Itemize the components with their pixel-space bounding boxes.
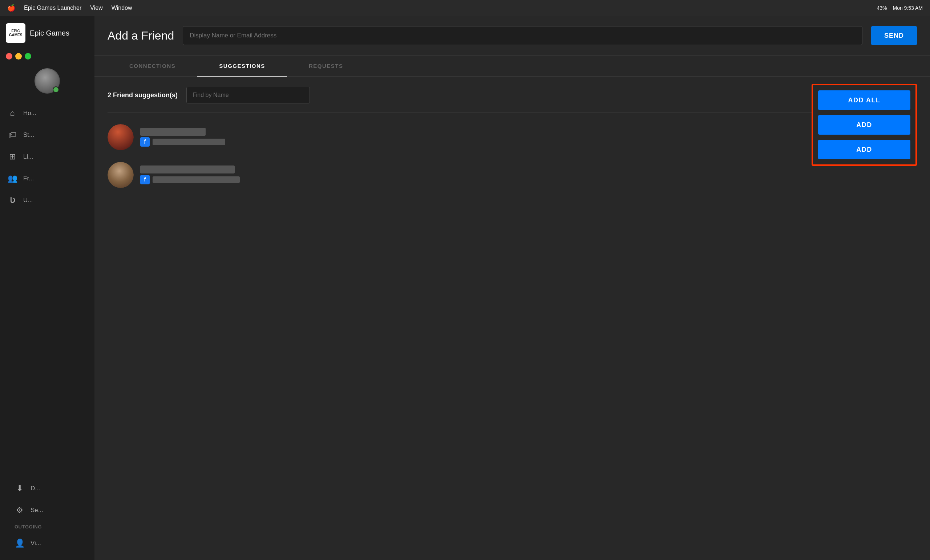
friend-meta: f (140, 137, 917, 147)
view-menu[interactable]: View (90, 5, 102, 11)
friend-name (140, 128, 206, 136)
window-menu[interactable]: Window (111, 5, 132, 11)
sidebar-item-friends[interactable]: 👥 Fr... (0, 168, 94, 189)
friend-info: f (140, 166, 917, 184)
friend-fb-name (152, 139, 225, 145)
app-name: Epic Games Launcher (24, 5, 82, 11)
list-item: f (108, 156, 917, 194)
sidebar-label-settings: Se... (31, 507, 43, 514)
library-icon: ⊞ (7, 152, 17, 162)
avatar (34, 68, 60, 94)
avatar-image (108, 124, 134, 150)
sidebar-item-settings[interactable]: ⚙ Se... (7, 499, 87, 521)
minimize-button[interactable] (15, 53, 22, 60)
clock: Mon 9:53 AM (893, 5, 923, 11)
sidebar-label-downloads: D... (31, 485, 40, 492)
menu-bar: 🍎 Epic Games Launcher View Window 43% Mo… (0, 0, 930, 16)
sidebar-label-library: Li... (23, 153, 33, 160)
outgoing-section-label: OUTGOING (7, 521, 87, 532)
avatar-image (108, 162, 134, 188)
suggestions-count: 2 Friend suggestion(s) (108, 92, 178, 99)
send-button[interactable]: SEND (871, 26, 917, 45)
page-title: Add a Friend (108, 29, 174, 43)
downloads-icon: ⬇ (14, 483, 25, 494)
sidebar-bottom: ⬇ D... ⚙ Se... OUTGOING 👤 Vi... (0, 472, 94, 560)
add-button-friend1[interactable]: ADD (818, 115, 910, 135)
sidebar-label-home: Ho... (23, 110, 36, 117)
list-item: f (108, 118, 917, 156)
friend-search-input[interactable] (183, 26, 862, 45)
sidebar-nav: ⌂ Ho... 🏷 St... ⊞ Li... 👥 Fr... Ʋ U... (0, 100, 94, 472)
unreal-icon: Ʋ (7, 195, 17, 206)
sidebar-item-home[interactable]: ⌂ Ho... (0, 102, 94, 124)
apple-menu[interactable]: 🍎 (7, 4, 15, 12)
sidebar-brand: Epic Games (30, 29, 69, 37)
epic-logo-text: EPICGAMES (9, 29, 23, 37)
battery-status: 43% (877, 5, 887, 11)
suggestions-toolbar: 2 Friend suggestion(s) (108, 87, 917, 103)
tab-connections[interactable]: CONNECTIONS (108, 55, 197, 76)
add-all-button[interactable]: ADD ALL (818, 91, 910, 110)
main-content: Add a Friend SEND CONNECTIONS SUGGESTION… (94, 16, 930, 560)
friend-fb-name (152, 176, 240, 183)
store-icon: 🏷 (7, 130, 17, 140)
sidebar-item-store[interactable]: 🏷 St... (0, 124, 94, 146)
menu-bar-right: 43% Mon 9:53 AM (877, 5, 923, 11)
find-by-name-input[interactable] (186, 87, 310, 103)
tab-suggestions[interactable]: SUGGESTIONS (197, 55, 287, 76)
user-icon: 👤 (14, 538, 25, 548)
add-button-friend2[interactable]: ADD (818, 140, 910, 159)
app-window: EPICGAMES Epic Games ⌂ Ho... 🏷 St... (0, 16, 930, 560)
friend-list: f f (108, 112, 917, 194)
sidebar-item-downloads[interactable]: ⬇ D... (7, 478, 87, 499)
friend-info: f (140, 128, 917, 147)
sidebar-label-user: Vi... (31, 540, 41, 547)
add-friend-header: Add a Friend SEND (94, 16, 930, 55)
highlighted-actions-panel: ADD ALL ADD ADD (811, 84, 917, 166)
sidebar: EPICGAMES Epic Games ⌂ Ho... 🏷 St... (0, 16, 94, 560)
settings-icon: ⚙ (14, 505, 25, 516)
friends-icon: 👥 (7, 173, 17, 184)
suggestions-section: 2 Friend suggestion(s) f (94, 77, 930, 560)
user-avatar-section (0, 63, 94, 100)
avatar (108, 124, 134, 150)
epic-logo: EPICGAMES (6, 23, 25, 43)
sidebar-item-unreal[interactable]: Ʋ U... (0, 189, 94, 211)
home-icon: ⌂ (7, 108, 17, 118)
friend-meta: f (140, 175, 917, 184)
sidebar-header: EPICGAMES Epic Games (0, 16, 94, 50)
friend-name (140, 166, 235, 173)
menu-bar-left: 🍎 Epic Games Launcher View Window (7, 4, 132, 12)
tab-requests[interactable]: REQUESTS (287, 55, 365, 76)
avatar (108, 162, 134, 188)
sidebar-item-user[interactable]: 👤 Vi... (7, 532, 87, 554)
facebook-icon: f (140, 175, 150, 184)
sidebar-label-store: St... (23, 131, 34, 139)
close-button[interactable] (6, 53, 12, 60)
facebook-icon: f (140, 137, 150, 147)
online-status-indicator (53, 86, 59, 93)
tabs: CONNECTIONS SUGGESTIONS REQUESTS (94, 55, 930, 77)
sidebar-label-friends: Fr... (23, 175, 34, 182)
sidebar-item-library[interactable]: ⊞ Li... (0, 146, 94, 168)
window-controls (0, 50, 94, 63)
suggestions-main: 2 Friend suggestion(s) f (94, 77, 930, 204)
sidebar-label-unreal: U... (23, 197, 33, 204)
maximize-button[interactable] (25, 53, 31, 60)
